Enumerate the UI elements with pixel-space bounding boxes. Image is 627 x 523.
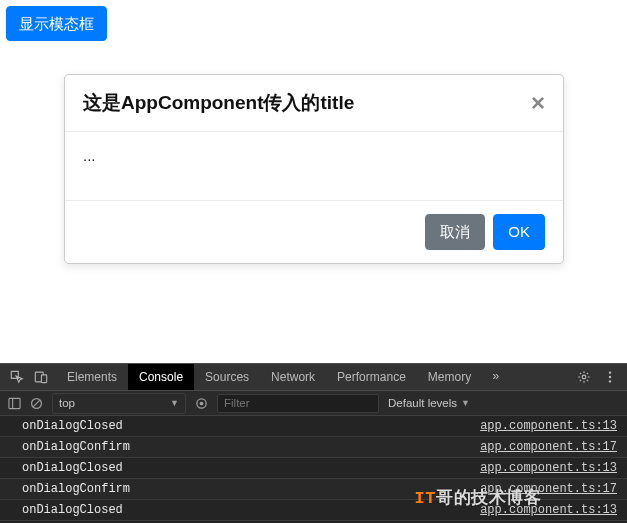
log-message: onDialogConfirm bbox=[22, 440, 130, 454]
log-source-link[interactable]: app.component.ts:17 bbox=[480, 482, 617, 496]
svg-point-4 bbox=[609, 376, 611, 378]
chevron-down-icon: ▼ bbox=[170, 398, 179, 408]
svg-point-5 bbox=[609, 380, 611, 382]
modal-dialog: 这是AppComponent传入的title × ... 取消 OK bbox=[64, 74, 564, 264]
log-source-link[interactable]: app.component.ts:13 bbox=[480, 419, 617, 433]
tab-sources[interactable]: Sources bbox=[194, 364, 260, 390]
tab-performance[interactable]: Performance bbox=[326, 364, 417, 390]
devtools-panel: Elements Console Sources Network Perform… bbox=[0, 363, 627, 523]
log-message: onDialogConfirm bbox=[22, 482, 130, 496]
settings-icon[interactable] bbox=[577, 370, 591, 384]
svg-rect-1 bbox=[41, 375, 46, 383]
tab-network[interactable]: Network bbox=[260, 364, 326, 390]
devtools-tabs: Elements Console Sources Network Perform… bbox=[56, 364, 482, 390]
show-modal-button[interactable]: 显示模态框 bbox=[6, 6, 107, 41]
log-message: onDialogClosed bbox=[22, 461, 123, 475]
log-message: onDialogClosed bbox=[22, 419, 123, 433]
log-row: onDialogClosed app.component.ts:13 bbox=[0, 500, 627, 521]
tab-memory[interactable]: Memory bbox=[417, 364, 482, 390]
cancel-button[interactable]: 取消 bbox=[425, 214, 485, 250]
devtools-tabbar-right bbox=[577, 364, 627, 390]
log-row: onDialogClosed app.component.ts:13 bbox=[0, 416, 627, 437]
svg-point-2 bbox=[582, 375, 586, 379]
device-toolbar-icon[interactable] bbox=[34, 370, 48, 384]
tabs-overflow-button[interactable]: » bbox=[482, 364, 509, 390]
app-root: 显示模态框 这是AppComponent传入的title × ... 取消 OK bbox=[0, 0, 627, 523]
devtools-tabbar: Elements Console Sources Network Perform… bbox=[0, 364, 627, 391]
log-message: onDialogClosed bbox=[22, 503, 123, 517]
log-levels-label: Default levels bbox=[388, 397, 457, 409]
tab-console[interactable]: Console bbox=[128, 364, 194, 390]
log-source-link[interactable]: app.component.ts:13 bbox=[480, 461, 617, 475]
ok-button[interactable]: OK bbox=[493, 214, 545, 250]
log-row: onDialogConfirm app.component.ts:17 bbox=[0, 479, 627, 500]
svg-point-11 bbox=[200, 401, 204, 405]
devtools-left-icons bbox=[0, 364, 56, 390]
close-button[interactable]: × bbox=[531, 91, 545, 115]
close-icon: × bbox=[531, 89, 545, 116]
console-log-area: onDialogClosed app.component.ts:13 onDia… bbox=[0, 416, 627, 523]
context-selector[interactable]: top ▼ bbox=[52, 393, 186, 414]
log-source-link[interactable]: app.component.ts:13 bbox=[480, 503, 617, 517]
modal-header: 这是AppComponent传入的title × bbox=[65, 75, 563, 132]
context-selector-value: top bbox=[59, 397, 75, 409]
modal-body: ... bbox=[65, 132, 563, 200]
modal-footer: 取消 OK bbox=[65, 200, 563, 263]
more-options-icon[interactable] bbox=[603, 370, 617, 384]
live-expression-icon[interactable] bbox=[195, 397, 208, 410]
modal-title: 这是AppComponent传入的title bbox=[83, 90, 354, 116]
inspect-element-icon[interactable] bbox=[10, 370, 24, 384]
log-source-link[interactable]: app.component.ts:17 bbox=[480, 440, 617, 454]
log-row: onDialogConfirm app.component.ts:17 bbox=[0, 437, 627, 458]
svg-rect-6 bbox=[9, 398, 20, 408]
clear-console-icon[interactable] bbox=[30, 397, 43, 410]
chevron-down-icon: ▼ bbox=[461, 398, 470, 408]
log-levels-selector[interactable]: Default levels ▼ bbox=[388, 397, 470, 409]
console-toolbar: top ▼ Default levels ▼ bbox=[0, 391, 627, 416]
tab-elements[interactable]: Elements bbox=[56, 364, 128, 390]
filter-input[interactable] bbox=[217, 394, 379, 413]
svg-line-9 bbox=[33, 400, 40, 407]
svg-point-3 bbox=[609, 371, 611, 373]
log-row: onDialogClosed app.component.ts:13 bbox=[0, 458, 627, 479]
console-sidebar-toggle-icon[interactable] bbox=[8, 397, 21, 410]
